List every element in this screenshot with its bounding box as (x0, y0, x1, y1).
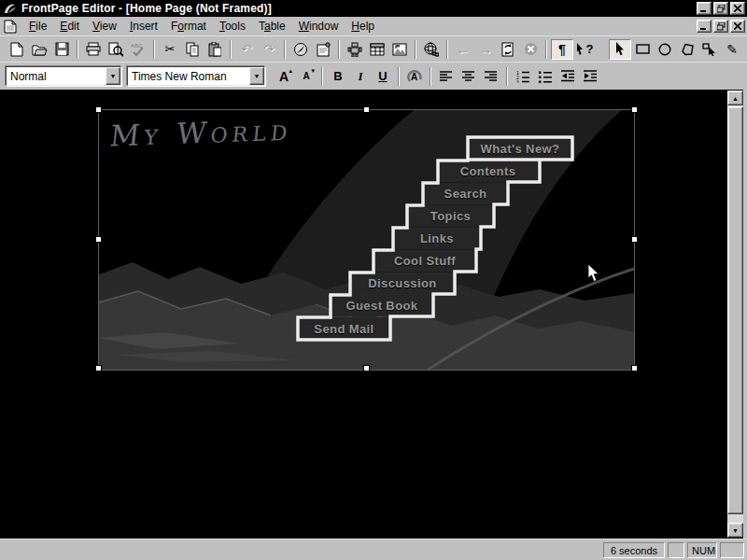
align-right-button[interactable] (480, 66, 502, 87)
select-tool-button[interactable] (609, 39, 631, 60)
nav-button-cool-stuff[interactable]: Cool Stuff (374, 250, 476, 272)
menu-table[interactable]: Table (252, 18, 292, 35)
increase-indent-button[interactable] (579, 66, 601, 87)
title-bar: FrontPage Editor - [Home Page (Not Frame… (0, 0, 747, 17)
undo-button: ↶ (235, 39, 258, 60)
selection-handle-middle-right[interactable] (631, 236, 638, 243)
rectangle-hotspot-button[interactable] (631, 39, 654, 60)
circle-hotspot-button[interactable] (654, 39, 676, 60)
font-dropdown[interactable]: Times New Roman ▼ (127, 66, 265, 86)
open-button[interactable] (28, 39, 50, 60)
restore-button[interactable] (713, 2, 728, 15)
document-system-icon[interactable] (4, 20, 17, 34)
dropdown-arrow-icon[interactable]: ▼ (249, 67, 264, 85)
nav-button-guest-book[interactable]: Guest Book (331, 295, 433, 316)
bold-icon: B (333, 69, 342, 83)
nav-button-discussion[interactable]: Discussion (350, 273, 455, 294)
svg-text:A: A (411, 72, 417, 82)
num-lock-status: NUM (687, 542, 717, 558)
help-button[interactable]: ? (573, 39, 596, 60)
menu-view[interactable]: View (86, 18, 123, 35)
doc-restore-button[interactable] (713, 20, 728, 33)
underline-icon: U (378, 69, 387, 83)
show-todo-list-button[interactable] (312, 39, 334, 60)
insert-image-button[interactable] (388, 39, 411, 60)
decrease-indent-button[interactable] (557, 66, 579, 87)
refresh-button[interactable] (497, 39, 519, 60)
print-preview-button[interactable] (105, 39, 127, 60)
show-explorer-button[interactable] (289, 39, 312, 60)
create-hyperlink-button[interactable] (420, 39, 443, 60)
menu-format[interactable]: Format (164, 18, 213, 35)
italic-button[interactable]: I (349, 66, 372, 87)
numbered-list-button[interactable]: 1 2 3 (512, 66, 534, 87)
bold-button[interactable]: B (327, 66, 349, 87)
decrease-text-size-button[interactable]: A ▾ (295, 66, 317, 87)
menu-edit[interactable]: Edit (53, 18, 86, 35)
nav-button-search[interactable]: Search (423, 183, 508, 204)
bulleted-list-button[interactable] (534, 66, 557, 87)
nav-button-send-mail[interactable]: Send Mail (298, 317, 390, 340)
doc-minimize-button[interactable] (697, 20, 712, 33)
selected-home-page-image[interactable]: My World What's New? Contents Search Top… (98, 109, 635, 371)
minimize-icon (700, 5, 708, 12)
page-heading: My World (108, 113, 294, 153)
close-icon (734, 5, 741, 12)
restore-icon (717, 22, 726, 31)
doc-close-button[interactable] (730, 20, 745, 33)
cut-button[interactable]: ✂ (159, 39, 181, 60)
insert-table-button[interactable] (366, 39, 388, 60)
insert-webbot-button[interactable] (344, 39, 366, 60)
scroll-down-button[interactable]: ▼ (727, 523, 743, 538)
align-center-icon (462, 71, 475, 82)
increase-text-size-button[interactable]: A ▴ (273, 66, 295, 87)
nav-button-topics[interactable]: Topics (407, 205, 494, 227)
new-page-button[interactable] (6, 39, 28, 60)
pencil-icon: ✎ (726, 43, 738, 56)
dropdown-arrow-icon[interactable]: ▼ (106, 67, 120, 85)
menu-file[interactable]: File (22, 18, 53, 35)
close-button[interactable] (730, 2, 745, 15)
selection-handle-top-left[interactable] (95, 106, 102, 113)
selection-handle-top-right[interactable] (631, 106, 638, 113)
forward-arrow-icon: → (479, 42, 493, 56)
make-transparent-button[interactable]: ✎ (721, 39, 743, 60)
menu-tools[interactable]: Tools (213, 18, 252, 35)
underline-button[interactable]: U (372, 66, 394, 87)
highlight-hotspots-button[interactable] (698, 39, 721, 60)
print-button[interactable] (82, 39, 105, 60)
selection-handle-bottom-center[interactable] (363, 365, 370, 371)
scroll-up-button[interactable]: ▲ (727, 91, 743, 105)
vertical-scrollbar[interactable]: ▲ ▼ (727, 91, 743, 538)
separator (77, 40, 78, 59)
show-format-marks-button[interactable]: ¶ (551, 39, 573, 60)
polygon-hotspot-button[interactable] (676, 39, 698, 60)
nav-button-links[interactable]: Links (393, 228, 481, 249)
selection-handle-bottom-left[interactable] (95, 365, 102, 371)
selection-handle-middle-left[interactable] (95, 236, 102, 243)
paste-button[interactable] (204, 39, 226, 60)
nav-button-contents[interactable]: Contents (438, 161, 538, 182)
editor-canvas[interactable]: My World What's New? Contents Search Top… (0, 90, 747, 539)
new-page-icon (10, 42, 23, 57)
menu-help[interactable]: Help (345, 18, 381, 35)
copy-button[interactable] (181, 39, 204, 60)
scrollbar-thumb[interactable] (727, 106, 743, 514)
align-right-icon (485, 71, 498, 82)
center-button[interactable] (458, 66, 480, 87)
menu-window[interactable]: Window (292, 18, 345, 35)
menu-insert[interactable]: Insert (123, 18, 164, 35)
text-color-button[interactable]: A (403, 66, 426, 87)
selection-handle-bottom-right[interactable] (631, 365, 638, 371)
refresh-icon (501, 42, 514, 57)
check-spelling-button[interactable]: ABC (127, 39, 149, 60)
save-button[interactable] (50, 39, 73, 60)
close-icon (734, 22, 741, 30)
increase-indent-icon (584, 70, 598, 82)
align-left-button[interactable] (435, 66, 458, 87)
paragraph-style-dropdown[interactable]: Normal ▼ (6, 66, 121, 86)
separator (506, 67, 508, 86)
minimize-button[interactable] (697, 2, 712, 15)
selection-handle-top-center[interactable] (363, 106, 370, 113)
nav-button-whats-new[interactable]: What's New? (468, 137, 572, 160)
